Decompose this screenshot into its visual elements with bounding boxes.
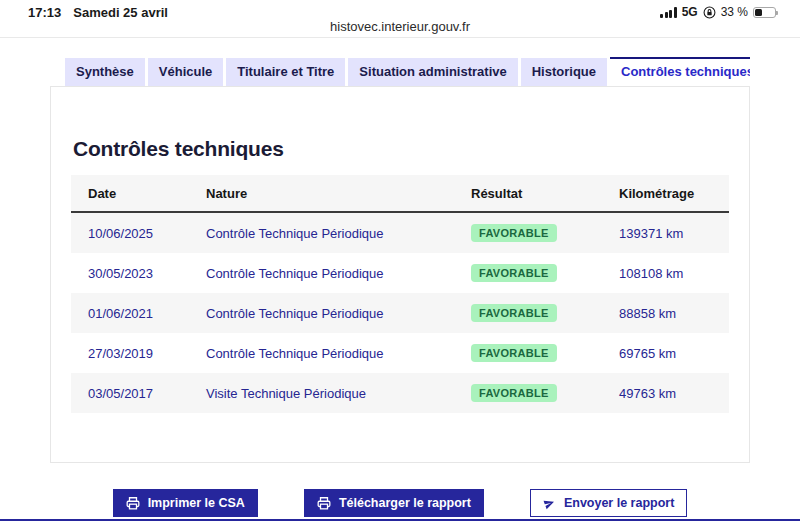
inspections-table: Date Nature Résultat Kilométrage 10/06/2… xyxy=(71,175,729,413)
send-icon xyxy=(541,495,558,512)
table-row: 01/06/2021 Contrôle Technique Périodique… xyxy=(71,293,729,333)
tab-panel-controles-techniques: Contrôles techniques Date Nature Résulta… xyxy=(50,86,750,463)
tab-synthese[interactable]: Synthèse xyxy=(65,58,145,86)
cell-nature: Contrôle Technique Périodique xyxy=(189,346,454,361)
column-header-kilometrage: Kilométrage xyxy=(602,186,729,201)
cellular-signal-icon xyxy=(660,7,677,18)
table-row: 27/03/2019 Contrôle Technique Périodique… xyxy=(71,333,729,373)
date-label: Samedi 25 avril xyxy=(73,5,168,20)
cell-nature: Contrôle Technique Périodique xyxy=(189,306,454,321)
status-badge: FAVORABLE xyxy=(471,384,557,402)
cell-date: 01/06/2021 xyxy=(71,306,189,321)
column-header-nature: Nature xyxy=(189,186,454,201)
send-report-button[interactable]: Envoyer le rapport xyxy=(530,489,687,517)
cell-kilometrage: 69765 km xyxy=(602,346,729,361)
cell-date: 03/05/2017 xyxy=(71,386,189,401)
cell-kilometrage: 108108 km xyxy=(602,266,729,281)
cell-date: 27/03/2019 xyxy=(71,346,189,361)
cell-kilometrage: 49763 km xyxy=(602,386,729,401)
action-buttons: Imprimer le CSA Télécharger le rapport E… xyxy=(0,489,800,517)
button-label: Imprimer le CSA xyxy=(148,497,245,510)
cell-nature: Visite Technique Périodique xyxy=(189,386,454,401)
cell-kilometrage: 139371 km xyxy=(602,226,729,241)
status-badge: FAVORABLE xyxy=(471,264,557,282)
tab-situation-administrative[interactable]: Situation administrative xyxy=(348,58,517,86)
table-row: 10/06/2025 Contrôle Technique Périodique… xyxy=(71,213,729,253)
tab-bar: Synthèse Véhicule Titulaire et Titre Sit… xyxy=(65,56,750,86)
cell-nature: Contrôle Technique Périodique xyxy=(189,266,454,281)
battery-percent-label: 33 % xyxy=(721,5,748,19)
battery-icon xyxy=(753,7,776,18)
status-right: 5G 33 % xyxy=(660,5,776,19)
tab-vehicule[interactable]: Véhicule xyxy=(148,58,223,86)
orientation-lock-icon xyxy=(703,6,716,19)
table-row: 30/05/2023 Contrôle Technique Périodique… xyxy=(71,253,729,293)
address-bar[interactable]: histovec.interieur.gouv.fr xyxy=(0,19,800,34)
status-badge: FAVORABLE xyxy=(471,224,557,242)
footer-divider xyxy=(0,519,800,521)
button-label: Envoyer le rapport xyxy=(564,497,674,510)
download-report-button[interactable]: Télécharger le rapport xyxy=(304,489,484,517)
tab-historique[interactable]: Historique xyxy=(521,58,607,86)
table-header-row: Date Nature Résultat Kilométrage xyxy=(71,175,729,213)
print-csa-button[interactable]: Imprimer le CSA xyxy=(113,489,258,517)
status-badge: FAVORABLE xyxy=(471,344,557,362)
cell-nature: Contrôle Technique Périodique xyxy=(189,226,454,241)
status-badge: FAVORABLE xyxy=(471,304,557,322)
cell-date: 30/05/2023 xyxy=(71,266,189,281)
column-header-date: Date xyxy=(71,186,189,201)
printer-icon xyxy=(317,496,331,510)
clock: 17:13 xyxy=(28,5,61,20)
tab-titulaire-et-titre[interactable]: Titulaire et Titre xyxy=(226,58,345,86)
printer-icon xyxy=(126,496,140,510)
status-left: 17:13 Samedi 25 avril xyxy=(28,5,168,20)
cell-kilometrage: 88858 km xyxy=(602,306,729,321)
page-title: Contrôles techniques xyxy=(73,137,729,161)
network-type-label: 5G xyxy=(682,5,698,19)
cell-date: 10/06/2025 xyxy=(71,226,189,241)
status-bar: 17:13 Samedi 25 avril histovec.interieur… xyxy=(0,0,800,38)
table-row: 03/05/2017 Visite Technique Périodique F… xyxy=(71,373,729,413)
button-label: Télécharger le rapport xyxy=(339,497,471,510)
column-header-resultat: Résultat xyxy=(454,186,602,201)
tab-controles-techniques[interactable]: Contrôles techniques xyxy=(610,57,750,86)
